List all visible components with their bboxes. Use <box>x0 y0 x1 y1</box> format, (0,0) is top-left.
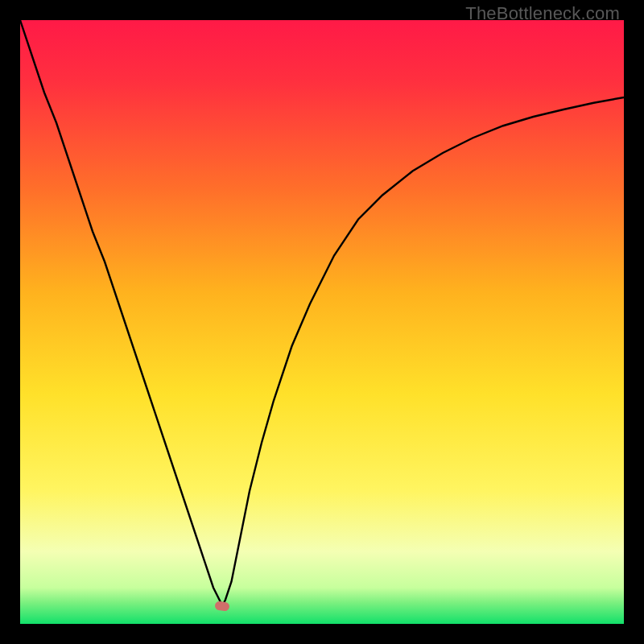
gradient-background <box>20 20 624 624</box>
watermark-text: TheBottleneck.com <box>465 3 620 24</box>
chart-frame <box>20 20 624 624</box>
bottleneck-plot <box>20 20 624 624</box>
